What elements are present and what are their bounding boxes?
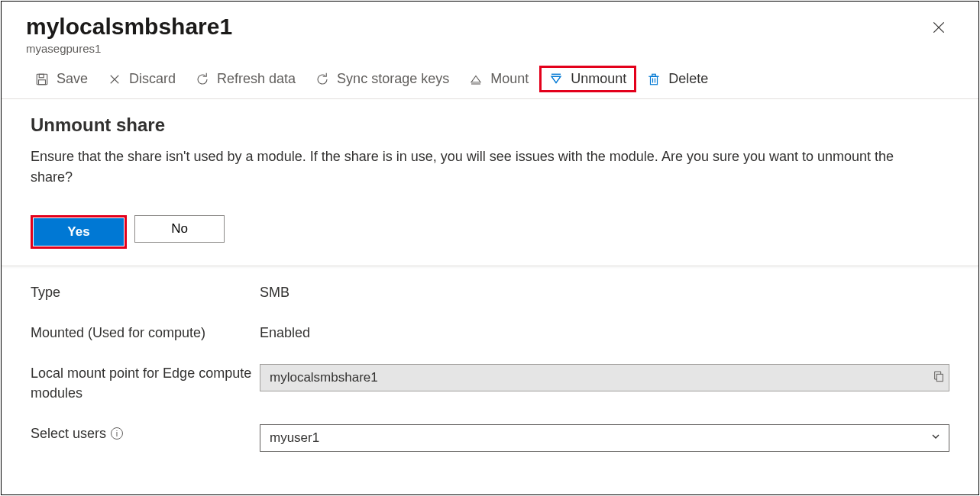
panel-header: mylocalsmbshare1 myasegpures1 <box>2 2 978 56</box>
mount-point-input-wrap <box>260 364 949 391</box>
command-bar: Save Discard Refresh data Sync storage k… <box>2 56 978 99</box>
unmount-label: Unmount <box>571 71 626 87</box>
mount-point-input[interactable] <box>260 364 949 391</box>
type-value: SMB <box>260 283 289 302</box>
mount-point-label: Local mount point for Edge compute modul… <box>31 364 252 402</box>
delete-button[interactable]: Delete <box>638 66 717 92</box>
svg-rect-4 <box>39 79 46 84</box>
delete-label: Delete <box>668 71 708 87</box>
yes-highlight: Yes <box>31 215 127 249</box>
unmount-dialog: Unmount share Ensure that the share isn'… <box>2 99 978 266</box>
sync-button[interactable]: Sync storage keys <box>306 66 458 92</box>
delete-icon <box>647 72 661 86</box>
discard-label: Discard <box>129 71 176 87</box>
select-users-label-wrap: Select users i <box>31 424 252 443</box>
discard-icon <box>108 72 121 86</box>
sync-icon <box>315 72 329 86</box>
svg-marker-7 <box>471 76 480 82</box>
dialog-message: Ensure that the share isn't used by a mo… <box>31 147 924 188</box>
no-button[interactable]: No <box>134 215 225 243</box>
save-icon <box>35 72 49 86</box>
close-button[interactable] <box>928 17 949 41</box>
sync-label: Sync storage keys <box>337 71 449 87</box>
refresh-button[interactable]: Refresh data <box>186 66 305 92</box>
mount-button[interactable]: Mount <box>460 66 538 92</box>
select-users-wrap: myuser1 <box>260 424 949 452</box>
row-select-users: Select users i myuser1 <box>31 424 949 452</box>
dialog-title: Unmount share <box>31 114 949 136</box>
refresh-icon <box>196 72 209 86</box>
select-users-value: myuser1 <box>270 430 319 446</box>
mounted-label: Mounted (Used for compute) <box>31 324 252 343</box>
close-icon <box>931 20 946 35</box>
dialog-button-row: Yes No <box>31 215 949 249</box>
mount-icon <box>469 72 483 86</box>
info-icon[interactable]: i <box>111 427 123 440</box>
share-panel: mylocalsmbshare1 myasegpures1 Save Disca… <box>1 1 979 495</box>
row-mount-point: Local mount point for Edge compute modul… <box>31 364 949 402</box>
row-type: Type SMB <box>31 283 949 302</box>
svg-rect-15 <box>652 74 656 76</box>
title-block: mylocalsmbshare1 myasegpures1 <box>26 14 232 55</box>
row-mounted: Mounted (Used for compute) Enabled <box>31 324 949 343</box>
svg-rect-3 <box>39 74 44 78</box>
save-button[interactable]: Save <box>26 66 97 92</box>
refresh-label: Refresh data <box>217 71 296 87</box>
mount-label: Mount <box>490 71 529 87</box>
yes-button[interactable]: Yes <box>34 218 124 246</box>
discard-button[interactable]: Discard <box>99 66 185 92</box>
save-label: Save <box>57 71 88 87</box>
mounted-value: Enabled <box>260 324 310 343</box>
type-label: Type <box>31 283 252 302</box>
copy-icon <box>933 370 945 382</box>
svg-marker-9 <box>551 76 561 82</box>
page-title: mylocalsmbshare1 <box>26 14 232 39</box>
share-properties: Type SMB Mounted (Used for compute) Enab… <box>2 266 978 459</box>
select-users-label: Select users <box>31 424 106 443</box>
unmount-button[interactable]: Unmount <box>539 66 636 92</box>
svg-rect-16 <box>936 375 943 382</box>
copy-button[interactable] <box>933 370 945 385</box>
unmount-icon <box>549 72 563 86</box>
svg-rect-11 <box>651 76 658 85</box>
resource-subtitle: myasegpures1 <box>26 42 232 55</box>
select-users-dropdown[interactable]: myuser1 <box>260 424 949 452</box>
